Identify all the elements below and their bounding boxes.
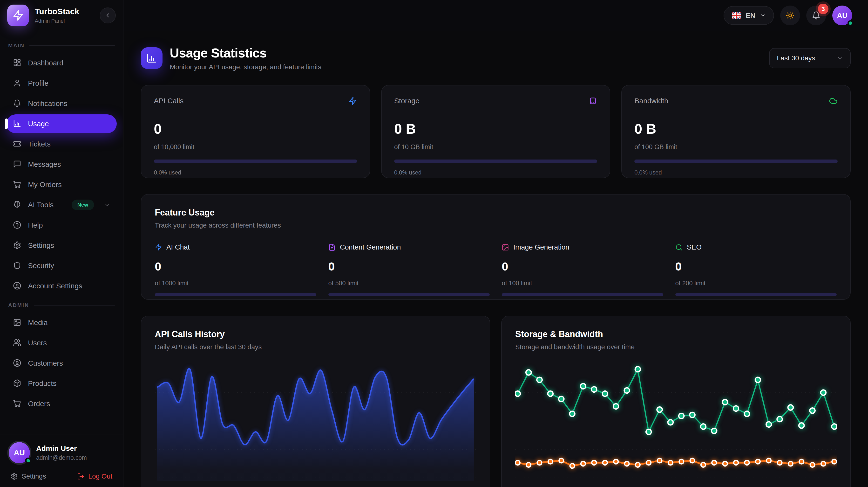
- progress-bar: [329, 293, 490, 296]
- date-range-select[interactable]: Last 30 days: [769, 48, 850, 68]
- sidebar-item-messages[interactable]: Messages: [6, 155, 117, 174]
- nav-section-label-admin: ADMIN: [8, 302, 115, 308]
- topbar: EN 3 AU: [123, 0, 868, 31]
- shield-icon: [13, 261, 22, 270]
- notifications-button[interactable]: 3: [806, 5, 826, 25]
- sidebar-item-profile[interactable]: Profile: [6, 74, 117, 93]
- page-subtitle: Monitor your API usage, storage, and fea…: [170, 63, 321, 71]
- logout-button[interactable]: Log Out: [77, 472, 112, 480]
- sidebar-item-usage[interactable]: Usage: [6, 114, 117, 133]
- sidebar: TurboStack Admin Panel MAINDashboardProf…: [0, 0, 123, 487]
- feature-value: 0: [502, 260, 663, 273]
- brand-subtitle: Admin Panel: [35, 18, 79, 24]
- notification-count-badge: 3: [818, 4, 829, 14]
- sidebar-item-label: Tickets: [28, 140, 51, 148]
- feature-label: Content Generation: [340, 243, 401, 251]
- stat-limit: of 100 GB limit: [634, 143, 838, 151]
- package-icon: [13, 379, 22, 388]
- sidebar-item-orders[interactable]: Orders: [6, 394, 117, 413]
- page-header: Usage Statistics Monitor your API usage,…: [141, 46, 850, 71]
- sidebar-item-customers[interactable]: Customers: [6, 354, 117, 373]
- stat-title: Bandwidth: [634, 97, 668, 105]
- zap-icon: [155, 244, 162, 251]
- bar-chart-icon: [13, 119, 22, 128]
- feature-value: 0: [675, 260, 837, 273]
- sidebar-item-account-settings[interactable]: Account Settings: [6, 277, 117, 295]
- feature-label: SEO: [687, 243, 702, 251]
- avatar-initials: AU: [837, 11, 847, 20]
- progress-bar: [155, 293, 316, 296]
- sidebar-item-settings[interactable]: Settings: [6, 236, 117, 255]
- feature-item-image-generation: Image Generation0of 100 limit: [502, 243, 663, 296]
- brand-block: TurboStack Admin Panel: [35, 7, 79, 24]
- topbar-avatar[interactable]: AU: [832, 5, 852, 25]
- user-email: admin@demo.com: [36, 454, 87, 461]
- theme-toggle-button[interactable]: [780, 5, 800, 25]
- sidebar-item-label: Messages: [28, 160, 61, 168]
- storage-bandwidth-card: Storage & Bandwidth Storage and bandwidt…: [501, 316, 850, 487]
- server-icon: [589, 96, 597, 105]
- stat-percent-used: 0.0% used: [154, 169, 357, 176]
- sidebar-item-label: AI Tools: [28, 201, 54, 209]
- sidebar-item-tickets[interactable]: Tickets: [6, 135, 117, 153]
- sidebar-collapse-button[interactable]: [100, 7, 116, 23]
- sidebar-item-dashboard[interactable]: Dashboard: [6, 54, 117, 73]
- sun-icon: [786, 11, 795, 20]
- cart-icon: [13, 180, 22, 189]
- feature-value: 0: [329, 260, 490, 273]
- sidebar-item-users[interactable]: Users: [6, 334, 117, 352]
- feature-usage-card: Feature Usage Track your usage across di…: [141, 194, 850, 300]
- sidebar-item-label: Dashboard: [28, 59, 63, 67]
- api-calls-area-chart[interactable]: [155, 361, 476, 481]
- chart-subtitle: Storage and bandwidth usage over time: [515, 343, 837, 351]
- stat-cards-row: API Calls0of 10,000 limit0.0% usedStorag…: [141, 85, 850, 178]
- avatar: AU: [9, 442, 30, 463]
- sidebar-item-ai-tools[interactable]: AI ToolsNew: [6, 196, 117, 214]
- chevron-down-icon: [104, 202, 110, 208]
- feature-grid: AI Chat0of 1000 limitContent Generation0…: [155, 243, 837, 296]
- charts-row: API Calls History Daily API calls over t…: [141, 316, 850, 487]
- storage-bandwidth-line-chart[interactable]: [515, 361, 837, 481]
- api-calls-history-card: API Calls History Daily API calls over t…: [141, 316, 490, 487]
- language-selector[interactable]: EN: [723, 6, 774, 25]
- stat-card-bandwidth: Bandwidth0 Bof 100 GB limit0.0% used: [621, 85, 850, 178]
- progress-bar: [634, 160, 838, 163]
- sidebar-item-security[interactable]: Security: [6, 256, 117, 275]
- sidebar-item-label: Notifications: [28, 99, 67, 108]
- stat-title: Storage: [394, 97, 420, 105]
- gear-icon: [10, 473, 18, 480]
- sidebar-item-products[interactable]: Products: [6, 374, 117, 393]
- image-icon: [13, 318, 22, 327]
- online-status-dot: [25, 458, 31, 464]
- search-icon: [675, 244, 683, 251]
- sidebar-item-label: Products: [28, 379, 56, 388]
- footer-settings-button[interactable]: Settings: [10, 472, 46, 480]
- user-circle-icon: [13, 282, 22, 290]
- nav-section-label-main: MAIN: [8, 42, 115, 49]
- date-range-value: Last 30 days: [777, 54, 815, 62]
- feature-item-ai-chat: AI Chat0of 1000 limit: [155, 243, 316, 296]
- online-status-dot: [847, 20, 853, 26]
- feature-item-seo: SEO0of 200 limit: [675, 243, 837, 296]
- brain-icon: [13, 201, 22, 209]
- chart-title: API Calls History: [155, 329, 476, 339]
- sidebar-user-card: AU Admin User admin@demo.com: [9, 442, 114, 463]
- page-content: Usage Statistics Monitor your API usage,…: [123, 31, 868, 487]
- sidebar-item-help[interactable]: Help: [6, 216, 117, 235]
- sidebar-item-label: Help: [28, 221, 43, 229]
- sidebar-item-notifications[interactable]: Notifications: [6, 94, 117, 113]
- stat-percent-used: 0.0% used: [394, 169, 597, 176]
- gear-icon: [13, 241, 22, 250]
- logout-icon: [77, 473, 84, 480]
- user-icon: [13, 79, 22, 88]
- sidebar-item-label: Orders: [28, 400, 50, 408]
- sidebar-item-my-orders[interactable]: My Orders: [6, 175, 117, 194]
- file-icon: [329, 244, 336, 251]
- sidebar-item-label: My Orders: [28, 180, 62, 189]
- sidebar-item-label: Media: [28, 319, 48, 327]
- ticket-icon: [13, 140, 22, 148]
- sidebar-item-media[interactable]: Media: [6, 313, 117, 332]
- stat-percent-used: 0.0% used: [634, 169, 838, 176]
- brand-logo: [7, 5, 29, 26]
- stat-card-storage: Storage0 Bof 10 GB limit0.0% used: [381, 85, 611, 178]
